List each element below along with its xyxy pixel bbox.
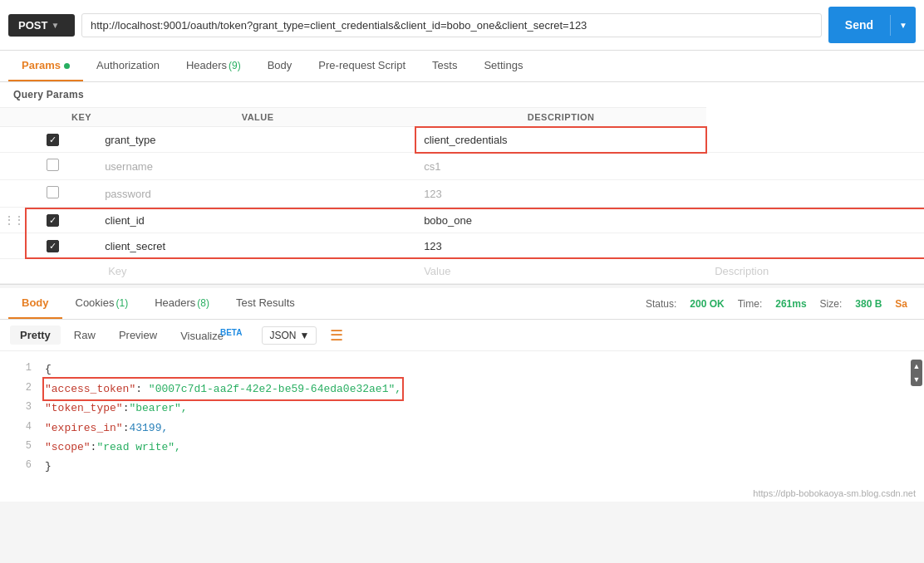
table-row: usernamecs1	[0, 153, 924, 180]
drag-icon: ⋮⋮	[3, 213, 23, 227]
tab-cookies[interactable]: Cookies(1)	[62, 288, 142, 319]
param-desc[interactable]	[706, 208, 924, 233]
resp-headers-badge: (8)	[197, 297, 209, 309]
line-number: 4	[8, 419, 32, 437]
param-key[interactable]: grant_type	[100, 127, 415, 153]
table-row: grant_typeclient_credentials	[0, 127, 924, 153]
param-value[interactable]: cs1	[415, 153, 706, 180]
param-checkbox[interactable]	[47, 240, 59, 252]
query-params-title: Query Params	[0, 82, 924, 107]
json-line: 1{	[0, 360, 924, 379]
col-header-value: VALUE	[100, 108, 415, 127]
cookies-badge: (1)	[116, 297, 128, 309]
method-chevron-icon: ▼	[51, 21, 59, 30]
param-checkbox[interactable]	[47, 186, 59, 198]
sa-value: Sa	[895, 298, 907, 310]
time-value: 261ms	[775, 298, 806, 310]
line-number: 6	[8, 457, 32, 475]
param-checkbox[interactable]	[47, 214, 59, 227]
response-format-bar: Pretty Raw Preview VisualizeBETA JSON ▼ …	[0, 320, 924, 351]
json-line: 6}	[0, 457, 924, 476]
fmt-pretty[interactable]: Pretty	[10, 326, 61, 345]
tab-authorization[interactable]: Authorization	[83, 51, 173, 81]
highlighted-token: "access_token": "0007c7d1-aa2f-42e2-be59…	[45, 379, 401, 399]
param-value[interactable]: 123	[415, 180, 706, 208]
method-label: POST	[18, 19, 47, 32]
json-value: "read write",	[96, 438, 180, 457]
json-value: 43199,	[129, 419, 168, 438]
param-value[interactable]: client_credentials	[415, 127, 706, 153]
wrap-button[interactable]: ☰	[327, 326, 346, 345]
url-bar: POST ▼ Send ▼	[0, 0, 924, 51]
json-line: 2 "access_token": "0007c7d1-aa2f-42e2-be…	[0, 379, 924, 399]
json-body: 1{2 "access_token": "0007c7d1-aa2f-42e2-…	[0, 351, 924, 484]
json-value: "bearer",	[129, 399, 187, 418]
beta-badge: BETA	[220, 328, 242, 337]
send-button[interactable]: Send ▼	[828, 7, 916, 43]
param-key[interactable]: client_id	[100, 208, 415, 233]
param-desc[interactable]	[706, 233, 924, 259]
line-number: 3	[8, 399, 32, 417]
tab-response-headers[interactable]: Headers(8)	[141, 288, 223, 319]
tab-test-results[interactable]: Test Results	[223, 288, 308, 319]
fmt-visualize[interactable]: VisualizeBETA	[170, 325, 252, 345]
send-arrow-icon[interactable]: ▼	[890, 15, 916, 36]
line-number: 5	[8, 438, 32, 456]
table-row: ⋮⋮client_idbobo_one	[0, 208, 924, 233]
tab-response-body[interactable]: Body	[8, 288, 62, 319]
param-value[interactable]: bobo_one	[415, 208, 706, 233]
tab-prerequest[interactable]: Pre-request Script	[305, 51, 419, 81]
url-input[interactable]	[81, 13, 822, 37]
param-desc[interactable]	[706, 153, 924, 180]
param-key[interactable]: username	[100, 153, 415, 180]
size-value: 380 B	[855, 298, 882, 310]
scroll-up-icon[interactable]: ▲	[913, 362, 921, 370]
response-area: 1{2 "access_token": "0007c7d1-aa2f-42e2-…	[0, 351, 924, 484]
json-key: "scope"	[45, 438, 91, 457]
send-label: Send	[828, 12, 890, 37]
param-key[interactable]: password	[100, 180, 415, 208]
tab-settings[interactable]: Settings	[470, 51, 536, 81]
tab-params[interactable]: Params	[8, 51, 83, 81]
params-table: KEY VALUE DESCRIPTION grant_typeclient_c…	[0, 107, 924, 284]
json-key: "token_type"	[45, 399, 123, 418]
fmt-raw[interactable]: Raw	[64, 326, 106, 345]
json-line: 3 "token_type": "bearer",	[0, 399, 924, 418]
size-label: Size:	[820, 298, 843, 310]
method-select[interactable]: POST ▼	[8, 14, 75, 37]
response-status: Status: 200 OK Time: 261ms Size: 380 B S…	[646, 298, 916, 310]
headers-badge: (9)	[229, 60, 241, 71]
col-header-check	[0, 108, 38, 127]
new-key-placeholder[interactable]: Key	[100, 259, 415, 284]
param-value[interactable]: 123	[415, 233, 706, 259]
status-value: 200 OK	[690, 298, 724, 310]
tab-tests[interactable]: Tests	[419, 51, 470, 81]
watermark: https://dpb-bobokaoya-sm.blog.csdn.net	[0, 485, 924, 502]
time-label: Time:	[738, 298, 763, 310]
main-tabs: Params Authorization Headers(9) Body Pre…	[0, 51, 924, 82]
params-section: Query Params KEY VALUE DESCRIPTION grant…	[0, 82, 924, 285]
status-label: Status:	[646, 298, 676, 310]
param-checkbox[interactable]	[47, 159, 59, 171]
response-tabs: Body Cookies(1) Headers(8) Test Results …	[0, 288, 924, 320]
json-format-chevron: ▼	[299, 330, 309, 341]
col-header-desc: DESCRIPTION	[415, 108, 706, 127]
table-row: password123	[0, 180, 924, 208]
fmt-preview[interactable]: Preview	[109, 326, 167, 345]
param-checkbox[interactable]	[47, 134, 59, 146]
col-header-key: KEY	[38, 108, 100, 127]
json-line: 4 "expires_in": 43199,	[0, 419, 924, 438]
json-format-select[interactable]: JSON ▼	[262, 326, 317, 345]
new-desc-placeholder[interactable]: Description	[706, 259, 924, 284]
param-desc[interactable]	[706, 180, 924, 208]
scrollbar[interactable]: ▲ ▼	[911, 360, 922, 386]
tab-body[interactable]: Body	[254, 51, 306, 81]
param-key[interactable]: client_secret	[100, 233, 415, 259]
json-line: 5 "scope": "read write",	[0, 438, 924, 457]
scroll-down-icon[interactable]: ▼	[913, 375, 921, 384]
tab-headers[interactable]: Headers(9)	[173, 51, 254, 81]
new-param-row: Key Value Description	[0, 259, 924, 284]
param-desc[interactable]	[706, 127, 924, 153]
new-value-placeholder[interactable]: Value	[415, 259, 706, 284]
line-number: 1	[8, 360, 32, 378]
